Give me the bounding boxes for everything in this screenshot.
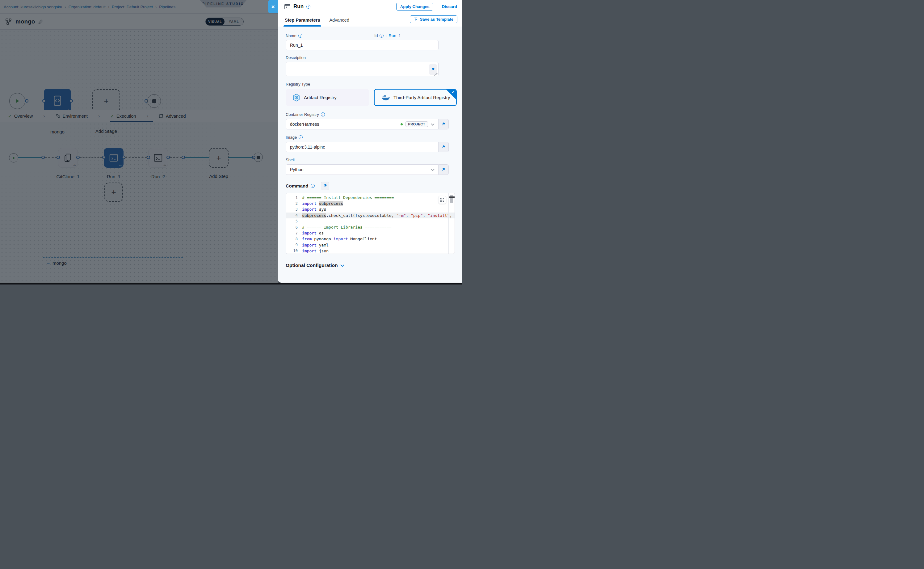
code-line[interactable]: 8from pymongo import MongoClient xyxy=(286,236,454,242)
code-line[interactable]: 9import yaml xyxy=(286,242,454,248)
line-number: 6 xyxy=(286,225,298,230)
pin-button[interactable] xyxy=(439,142,449,152)
pin-button[interactable] xyxy=(439,119,449,129)
container-registry-label-row: Container Registry i xyxy=(286,112,462,117)
image-label: Image xyxy=(286,135,297,140)
line-number: 7 xyxy=(286,231,298,235)
tab-advanced[interactable]: Advanced xyxy=(329,13,349,27)
name-value: Run_1 xyxy=(290,43,302,47)
line-number: 3 xyxy=(286,207,298,211)
optional-configuration-label: Optional Configuration xyxy=(286,263,338,268)
image-input[interactable]: python:3.11-alpine xyxy=(286,142,439,152)
description-label: Description xyxy=(286,55,462,60)
code-line[interactable]: 1# ====== Install Dependencies ======== xyxy=(286,195,454,201)
registry-type-options: Artifact Registry Third-Party Artifact R… xyxy=(286,89,457,106)
line-number: 5 xyxy=(286,219,298,223)
shell-select[interactable]: Python xyxy=(286,164,439,175)
line-number: 9 xyxy=(286,243,298,247)
pin-icon xyxy=(323,184,327,188)
docker-icon xyxy=(381,94,390,101)
code-text: import json xyxy=(298,249,328,253)
save-as-template-button[interactable]: Save as Template xyxy=(410,15,457,23)
panel-header: Run i Apply Changes Discard xyxy=(278,0,462,13)
close-panel-button[interactable]: × xyxy=(268,0,278,13)
editor-overview-mark xyxy=(449,196,455,198)
expand-editor-button[interactable] xyxy=(438,196,446,204)
line-number: 4 xyxy=(286,213,298,218)
code-line[interactable]: 7import os xyxy=(286,230,454,236)
close-icon: × xyxy=(271,3,275,10)
pin-icon xyxy=(441,167,445,172)
code-line[interactable]: 2import subprocess xyxy=(286,201,454,206)
info-icon[interactable]: i xyxy=(299,135,302,139)
code-text: from pymongo import MongoClient xyxy=(298,237,377,241)
studio-background: Account: kurosakiichigo.songoku › Organi… xyxy=(0,0,278,284)
info-icon[interactable]: i xyxy=(306,5,310,9)
registry-option-third-party[interactable]: Third-Party Artifact Registry ✓ xyxy=(374,89,457,106)
line-number: 8 xyxy=(286,237,298,241)
code-line[interactable]: 5 xyxy=(286,218,454,224)
code-text: import yaml xyxy=(298,243,328,247)
code-text: import subprocess xyxy=(298,201,343,206)
registry-option-label: Artifact Registry xyxy=(304,95,337,100)
canvas-dim-overlay[interactable] xyxy=(0,0,278,284)
chevron-down-icon[interactable] xyxy=(431,167,434,171)
name-input[interactable]: Run_1 xyxy=(286,40,439,50)
code-text: # ====== Install Dependencies ======== xyxy=(298,195,394,200)
image-label-row: Image i xyxy=(286,135,462,140)
info-icon[interactable]: i xyxy=(298,33,302,38)
registry-option-artifact-registry[interactable]: Artifact Registry xyxy=(286,89,369,106)
info-icon[interactable]: i xyxy=(311,184,315,188)
code-line[interactable]: 10import json xyxy=(286,248,454,254)
pin-icon xyxy=(431,67,435,72)
tab-step-parameters[interactable]: Step Parameters xyxy=(285,13,320,27)
line-number: 2 xyxy=(286,201,298,206)
info-icon[interactable]: i xyxy=(321,113,325,116)
registry-type-label: Registry Type xyxy=(286,82,462,87)
shell-label: Shell xyxy=(286,158,462,162)
status-dot xyxy=(401,123,403,125)
pin-icon xyxy=(441,145,445,149)
image-field: python:3.11-alpine xyxy=(286,142,449,152)
save-as-template-label: Save as Template xyxy=(420,17,453,21)
check-icon: ✓ xyxy=(451,90,455,94)
pin-icon xyxy=(441,122,445,126)
command-label-row: Command i xyxy=(286,182,462,190)
command-code-editor[interactable]: 1# ====== Install Dependencies ========2… xyxy=(286,193,455,254)
code-text: import os xyxy=(298,231,324,235)
code-text: import sys xyxy=(298,207,326,211)
container-registry-field: dockerHarness PROJECT xyxy=(286,119,449,129)
pipeline-studio-page: Account: kurosakiichigo.songoku › Organi… xyxy=(0,0,462,284)
pin-button[interactable] xyxy=(439,164,449,175)
line-number: 1 xyxy=(286,196,298,200)
chevron-down-icon xyxy=(340,263,344,267)
image-value: python:3.11-alpine xyxy=(290,145,325,149)
chevron-down-icon[interactable] xyxy=(431,122,434,125)
terminal-icon xyxy=(284,4,290,9)
container-registry-value: dockerHarness xyxy=(290,122,319,127)
container-registry-input[interactable]: dockerHarness PROJECT xyxy=(286,119,439,129)
pin-button[interactable] xyxy=(321,182,329,190)
code-line[interactable]: 4subprocess.check_call([sys.executable, … xyxy=(286,213,454,218)
id-value[interactable]: Run_1 xyxy=(389,33,401,38)
code-text: # ====== Import Libraries =========== xyxy=(298,225,392,230)
step-config-panel: Run i Apply Changes Discard Step Paramet… xyxy=(278,0,462,283)
apply-changes-button[interactable]: Apply Changes xyxy=(396,3,433,11)
fullscreen-icon xyxy=(440,198,444,202)
panel-title: Run xyxy=(293,3,304,9)
shell-field: Python xyxy=(286,164,449,175)
code-line[interactable]: 6# ====== Import Libraries =========== xyxy=(286,224,454,230)
code-lines: 1# ====== Install Dependencies ========2… xyxy=(286,195,454,254)
description-textarea[interactable] xyxy=(286,62,439,76)
name-label-row: Name i xyxy=(286,33,302,38)
code-line[interactable]: 3import sys xyxy=(286,206,454,212)
discard-button[interactable]: Discard xyxy=(442,4,457,9)
info-icon[interactable]: i xyxy=(380,33,384,38)
optional-configuration-toggle[interactable]: Optional Configuration xyxy=(286,263,462,268)
line-number: 10 xyxy=(286,249,298,253)
id-label: Id xyxy=(374,33,378,38)
artifact-registry-icon xyxy=(292,94,300,102)
panel-body: Name i Id i : Run_1 Run_1 Description xyxy=(278,27,462,283)
id-separator: : xyxy=(385,33,387,38)
bottom-scrollbar-strip[interactable] xyxy=(0,283,462,284)
